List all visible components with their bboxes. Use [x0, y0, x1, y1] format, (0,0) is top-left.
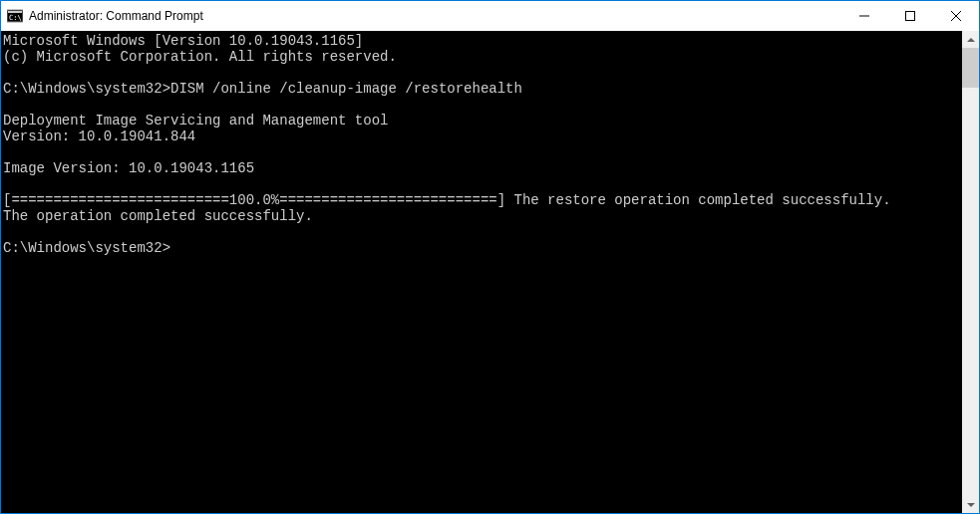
vertical-scrollbar[interactable]: [962, 31, 979, 513]
svg-rect-1: [8, 11, 22, 13]
window-controls: [841, 1, 979, 31]
close-button[interactable]: [933, 1, 979, 31]
terminal-output[interactable]: Microsoft Windows [Version 10.0.19043.11…: [1, 31, 962, 513]
output-line: Version: 10.0.19041.844: [3, 128, 195, 144]
progress-line: [==========================100.0%=======…: [3, 192, 891, 208]
prompt-path: C:\Windows\system32>: [3, 240, 170, 256]
scroll-down-button[interactable]: [962, 496, 979, 513]
scroll-up-button[interactable]: [962, 31, 979, 48]
svg-marker-8: [967, 503, 975, 507]
svg-marker-7: [967, 38, 975, 42]
output-line: Deployment Image Servicing and Managemen…: [3, 113, 388, 128]
command-prompt-window: C:\ Administrator: Command Prompt Micros…: [0, 0, 980, 514]
svg-rect-4: [906, 12, 915, 21]
command-text: DISM /online /cleanup-image /restoreheal…: [170, 81, 522, 97]
output-line: The operation completed successfully.: [3, 208, 313, 224]
scroll-thumb[interactable]: [962, 48, 979, 88]
titlebar[interactable]: C:\ Administrator: Command Prompt: [1, 1, 979, 31]
output-line: Image Version: 10.0.19043.1165: [3, 160, 254, 176]
output-line: Microsoft Windows [Version 10.0.19043.11…: [3, 33, 363, 49]
titlebar-left: C:\ Administrator: Command Prompt: [7, 8, 203, 24]
svg-text:C:\: C:\: [9, 14, 22, 22]
cmd-icon: C:\: [7, 8, 23, 24]
maximize-button[interactable]: [887, 1, 933, 31]
scroll-track[interactable]: [962, 48, 979, 496]
terminal-area: Microsoft Windows [Version 10.0.19043.11…: [1, 31, 979, 513]
output-line: (c) Microsoft Corporation. All rights re…: [3, 49, 397, 65]
prompt-path: C:\Windows\system32>: [3, 81, 170, 97]
minimize-button[interactable]: [841, 1, 887, 31]
window-title: Administrator: Command Prompt: [29, 9, 203, 23]
